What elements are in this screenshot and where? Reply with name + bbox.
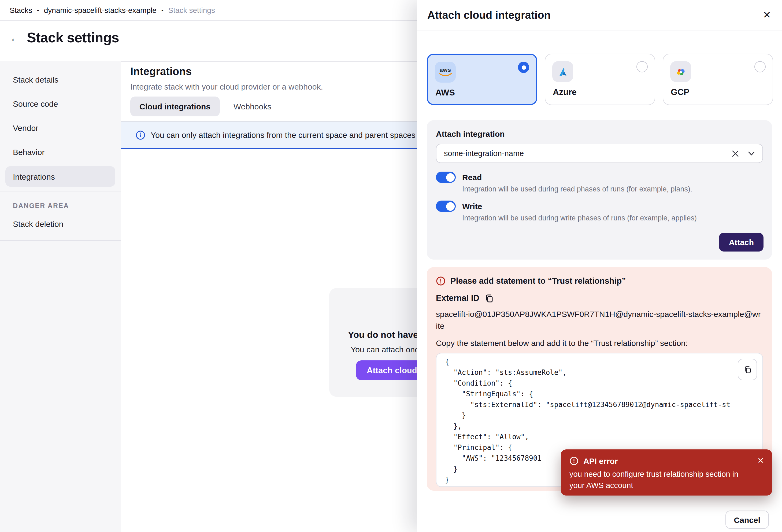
section-heading: Integrations [130,65,192,78]
provider-label: GCP [671,87,689,97]
sidebar-item-behavior[interactable]: Behavior [0,140,121,164]
page-title: Stack settings [27,30,119,46]
provider-cards: aws AWS Azure [427,54,773,105]
breadcrumb-stacks[interactable]: Stacks [10,6,32,14]
provider-label: Azure [553,87,577,97]
radio-aws[interactable] [518,62,529,73]
external-id-label: External ID [436,293,479,303]
settings-sidebar: Stack details Source code Vendor Behavio… [0,61,121,532]
provider-card-aws[interactable]: aws AWS [427,54,537,105]
radio-gcp[interactable] [754,61,766,72]
drawer-title: Attach cloud integration [427,9,550,22]
clear-icon[interactable] [732,150,739,157]
copy-icon[interactable] [485,294,494,303]
integrations-tabs: Cloud integrations Webhooks [130,97,271,116]
chevron-down-icon[interactable] [748,151,755,156]
breadcrumb-separator: • [162,7,164,13]
back-arrow-icon[interactable]: ← [10,32,21,44]
close-icon[interactable]: ✕ [763,9,771,21]
provider-label: AWS [435,88,455,98]
toast-alert-icon [569,456,578,465]
read-toggle-row: Read [436,172,763,183]
external-id-row: External ID [436,293,763,303]
toast-title: API error [583,456,618,465]
read-toggle[interactable] [436,172,456,183]
write-toggle-label: Write [462,202,482,211]
sidebar-item-vendor[interactable]: Vendor [0,116,121,140]
attach-integration-label: Attach integration [436,129,763,138]
tab-webhooks[interactable]: Webhooks [234,102,271,111]
attach-button[interactable]: Attach [719,233,763,251]
provider-card-gcp[interactable]: GCP [663,54,773,105]
section-subheading: Integrate stack with your cloud provider… [130,82,323,91]
toast-header: API error [569,456,763,465]
danger-area-heading: DANGER AREA [0,191,121,212]
drawer-header: Attach cloud integration ✕ [417,0,782,31]
tab-cloud-integrations[interactable]: Cloud integrations [130,97,220,116]
warning-title-row: Please add statement to “Trust relations… [436,276,763,286]
aws-icon: aws [435,62,456,82]
attach-integration-section: Attach integration some-integration-name… [427,120,772,259]
sidebar-item-stack-deletion[interactable]: Stack deletion [0,212,121,236]
api-error-toast: API error ✕ you need to configure trust … [561,450,772,496]
toast-close-icon[interactable]: ✕ [757,456,764,465]
sidebar-item-source-code[interactable]: Source code [0,92,121,116]
gcp-icon [670,61,691,82]
info-icon [136,130,145,140]
read-toggle-description: Integration will be used during read pha… [462,185,763,193]
provider-card-azure[interactable]: Azure [545,54,655,105]
breadcrumb-stack-name[interactable]: dynamic-spacelift-stacks-example [44,6,156,14]
sidebar-divider [0,240,121,241]
attach-cloud-integration-drawer: Attach cloud integration ✕ aws AWS Azure [417,0,782,532]
write-toggle[interactable] [436,201,456,212]
breadcrumb-current: Stack settings [168,6,215,14]
app-window: Stacks • dynamic-spacelift-stacks-exampl… [0,0,782,532]
cancel-button[interactable]: Cancel [725,510,769,529]
read-toggle-label: Read [462,173,482,182]
drawer-footer: Cancel [417,498,782,532]
empty-state-title: You do not have a [348,330,426,341]
integration-select[interactable]: some-integration-name [436,144,763,163]
sidebar-item-stack-details[interactable]: Stack details [0,68,121,92]
sidebar-item-integrations[interactable]: Integrations [5,166,115,187]
toast-message: you need to configure trust relationship… [569,469,746,491]
radio-azure[interactable] [636,61,648,72]
copy-statement-hint: Copy the statement below and add it to t… [436,339,763,348]
azure-icon [552,61,573,82]
write-toggle-row: Write [436,201,763,212]
write-toggle-description: Integration will be used during write ph… [462,214,763,222]
code-copy-button[interactable] [738,359,757,380]
external-id-value: spacelift-io@01JP350AP8JWKA1PSWF0R7TN1H@… [436,308,762,332]
empty-state-body: You can attach one c [351,345,425,354]
alert-circle-icon [436,276,446,286]
info-banner-text: You can only attach integrations from th… [151,130,437,139]
breadcrumb-separator: • [37,7,39,13]
warning-title: Please add statement to “Trust relations… [450,276,626,286]
integration-select-value: some-integration-name [444,149,732,158]
